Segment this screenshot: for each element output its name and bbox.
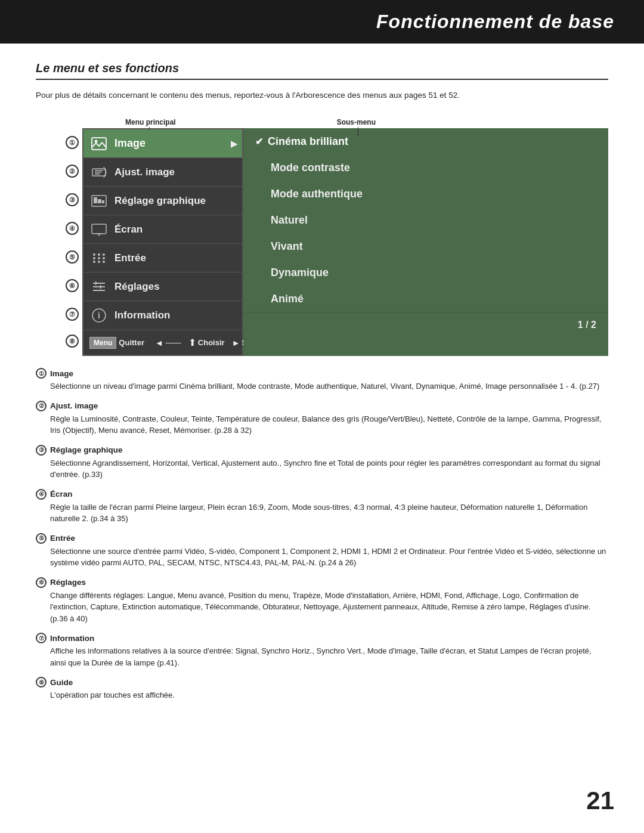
desc-title-image: ① Image (36, 368, 608, 379)
menu-item-information[interactable]: i Information (83, 301, 242, 330)
menu-item-ajust[interactable]: Ajust. image (83, 158, 242, 187)
desc-title-reglage: ③ Réglage graphique (36, 445, 608, 456)
desc-text-ecran: Règle la taille de l'écran parmi Pleine … (50, 501, 608, 525)
desc-item-reglage: ③ Réglage graphique Sélectionne Agrandis… (36, 445, 608, 481)
submenu-item-cinema[interactable]: ✔ Cinéma brilliant (243, 128, 608, 154)
svg-point-13 (93, 253, 95, 256)
desc-title-guide: ⑧ Guide (36, 677, 608, 688)
circle-6: ⑥ (66, 279, 79, 292)
svg-text:i: i (98, 311, 100, 320)
descriptions: ① Image Sélectionne un niveau d'image pa… (36, 368, 608, 701)
svg-point-21 (103, 261, 105, 263)
main-menu-panel: Image ▶ Ajust. image (82, 128, 243, 356)
svg-rect-9 (102, 200, 104, 203)
section-title: Le menu et ses fonctions (36, 61, 608, 80)
menu-item-image-arrow: ▶ (231, 139, 237, 148)
desc-circle-5: ⑤ (36, 533, 47, 544)
toolbar-next-arrow: ► (232, 338, 240, 348)
desc-item-guide: ⑧ Guide L'opération par touches est affi… (36, 677, 608, 701)
desc-label-reglages2: Réglages (50, 578, 86, 587)
menu-item-information-label: Information (114, 309, 171, 321)
desc-circle-8: ⑧ (36, 677, 47, 688)
circle-8: ⑧ (66, 335, 79, 348)
menu-item-entree-label: Entrée (114, 252, 146, 264)
desc-label-guide: Guide (50, 678, 73, 687)
reglage-icon (89, 191, 109, 210)
desc-item-reglages2: ⑥ Réglages Change différents réglages: L… (36, 577, 608, 625)
desc-text-ajust: Règle la Luminosité, Contraste, Couleur,… (50, 413, 608, 436)
ecran-icon (89, 220, 109, 239)
svg-rect-7 (94, 197, 97, 203)
submenu-item-anime[interactable]: Animé (243, 286, 608, 312)
submenu-mode-authentique-label: Mode authentique (255, 188, 363, 200)
desc-circle-2: ② (36, 401, 47, 411)
page-header: Fonctionnement de base (0, 0, 644, 44)
submenu-cinema-label: Cinéma brilliant (268, 135, 348, 148)
toolbar-menu-btn[interactable]: Menu Quitter (89, 337, 144, 349)
desc-label-information: Information (50, 634, 94, 643)
submenu-item-mode-authentique[interactable]: Mode authentique (243, 181, 608, 207)
desc-label-image: Image (50, 369, 73, 378)
ajust-icon (89, 163, 109, 182)
toolbar-choose-icon: ⬆ (188, 337, 196, 348)
svg-rect-10 (92, 224, 106, 234)
desc-circle-6: ⑥ (36, 577, 47, 588)
desc-circle-1: ① (36, 368, 47, 379)
toolbar-dashes: —— (166, 338, 181, 347)
menu-item-entree[interactable]: Entrée (83, 244, 242, 272)
desc-text-entree: Sélectionne une source d'entrée parmi Vi… (50, 546, 608, 569)
menu-item-reglages2[interactable]: Réglages (83, 272, 242, 301)
desc-circle-7: ⑦ (36, 633, 47, 643)
info-icon: i (89, 306, 109, 325)
label-menu-principal: Menu principal (125, 118, 176, 126)
circle-5: ⑤ (66, 250, 79, 264)
desc-label-ajust: Ajust. image (50, 401, 98, 410)
desc-text-information: Affiche les informations relatives à la … (50, 645, 608, 668)
menu-diagram-area: Menu principal Sous-menu ① ② ③ (36, 116, 608, 356)
menu-item-ajust-label: Ajust. image (114, 166, 175, 178)
image-icon (89, 134, 109, 153)
reglages2-icon (89, 277, 109, 296)
circle-1: ① (66, 136, 79, 149)
menu-box: Menu (89, 337, 116, 349)
svg-point-20 (103, 257, 105, 259)
svg-point-18 (98, 261, 100, 263)
menu-item-ecran[interactable]: Écran (83, 215, 242, 244)
submenu-vivant-label: Vivant (255, 240, 303, 253)
svg-point-19 (103, 253, 105, 256)
desc-label-reglage: Réglage graphique (50, 445, 123, 454)
menu-item-reglages2-label: Réglages (114, 281, 160, 293)
circle-7: ⑦ (66, 308, 79, 321)
desc-text-reglages2: Change différents réglages: Langue, Menu… (50, 590, 608, 625)
submenu-item-mode-contraste[interactable]: Mode contraste (243, 154, 608, 181)
menu-item-reglage[interactable]: Réglage graphique (83, 187, 242, 215)
toolbar-left-arrow: ◄ (155, 338, 163, 348)
submenu-item-dynamique[interactable]: Dynamique (243, 259, 608, 286)
desc-item-ecran: ④ Écran Règle la taille de l'écran parmi… (36, 489, 608, 525)
svg-point-15 (93, 261, 95, 263)
label-sous-menu: Sous-menu (337, 118, 376, 126)
menu-toolbar: Menu Quitter ◄ —— ⬆ Choisir ► Suivant OK… (83, 330, 242, 355)
desc-circle-3: ③ (36, 445, 47, 456)
desc-label-entree: Entrée (50, 534, 75, 543)
desc-circle-4: ④ (36, 489, 47, 500)
submenu-item-naturel[interactable]: Naturel (243, 207, 608, 233)
desc-title-ajust: ② Ajust. image (36, 401, 608, 411)
desc-title-ecran: ④ Écran (36, 489, 608, 500)
submenu-panel: ✔ Cinéma brilliant Mode contraste Mode a… (243, 128, 608, 356)
circle-3: ③ (66, 193, 79, 206)
svg-point-16 (98, 253, 100, 256)
desc-title-reglages2: ⑥ Réglages (36, 577, 608, 588)
submenu-anime-label: Animé (255, 293, 304, 305)
toolbar-choose-label: Choisir (198, 338, 225, 347)
circle-4: ④ (66, 222, 79, 235)
desc-item-image: ① Image Sélectionne un niveau d'image pa… (36, 368, 608, 392)
submenu-naturel-label: Naturel (255, 214, 308, 227)
submenu-mode-contraste-label: Mode contraste (255, 162, 350, 174)
desc-title-information: ⑦ Information (36, 633, 608, 643)
menu-item-image[interactable]: Image ▶ (83, 129, 242, 158)
entree-icon (89, 249, 109, 268)
submenu-dynamique-label: Dynamique (255, 267, 329, 279)
submenu-item-vivant[interactable]: Vivant (243, 233, 608, 259)
toolbar-quitter-label: Quitter (119, 338, 144, 347)
